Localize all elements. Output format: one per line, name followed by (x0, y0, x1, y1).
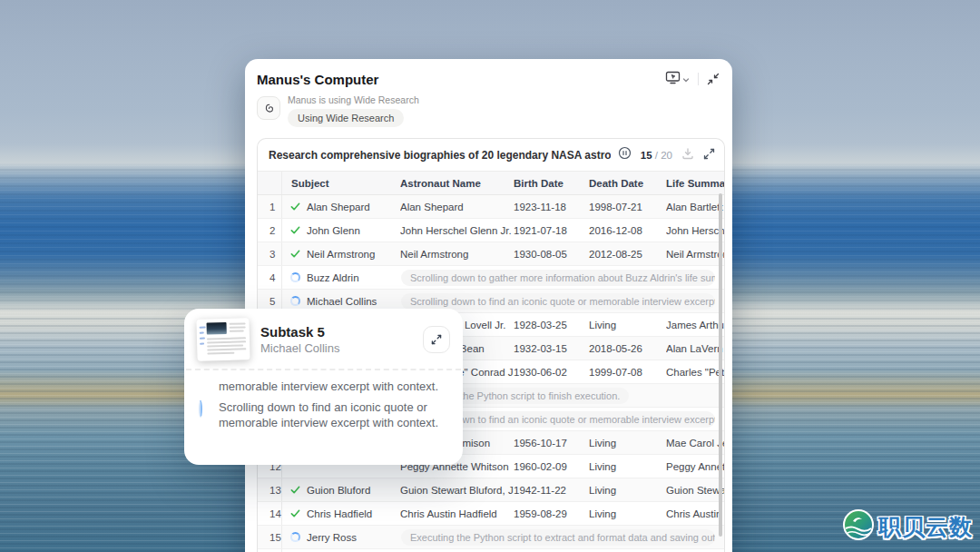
download-button[interactable] (681, 147, 694, 163)
table-row[interactable]: 13 Guion Bluford Guion Stewart Bluford, … (258, 478, 724, 502)
watermark-logo-icon (842, 508, 875, 545)
subject-cell: Guion Bluford (307, 485, 370, 496)
column-header-subject: Subject (282, 178, 400, 189)
birth-date-cell: 1956-10-17 (514, 438, 589, 448)
row-number: 1 (258, 195, 282, 218)
row-status-icon (289, 531, 301, 543)
row-number: 2 (258, 219, 282, 242)
death-date-cell: 2016-12-08 (589, 225, 666, 236)
death-date-cell: 1998-07-21 (589, 202, 666, 212)
row-status-icon (289, 295, 301, 307)
birth-date-cell: 1930-08-05 (514, 249, 589, 260)
loading-spinner-icon (199, 399, 211, 430)
row-status-icon (289, 224, 301, 236)
window-title: Manus's Computer (257, 72, 665, 87)
using-wide-research-chip[interactable]: Using Wide Research (288, 109, 404, 127)
table-header-row: Subject Astronaut Name Birth Date Death … (258, 172, 724, 195)
row-status-icon (289, 201, 301, 212)
research-task-title: Research comprehensive biographies of 20… (269, 149, 611, 162)
window-header: Manus's Computer (257, 70, 725, 88)
activity-line: memorable interview excerpt with context… (199, 379, 448, 394)
divider (698, 73, 699, 85)
table-row[interactable]: 1 Alan Shepard Alan Shepard 1923-11-18 1… (258, 195, 724, 219)
activity-status-pill: Executing the Python script to extract a… (401, 529, 715, 546)
thumbnail-photo (207, 322, 227, 335)
life-summary-cell: Charles "Pete (666, 367, 724, 378)
life-summary-cell: Peggy Annet (666, 461, 724, 472)
row-number: 3 (258, 242, 282, 265)
subject-cell: Alan Shepard (307, 202, 370, 212)
table-row[interactable]: 2 John Glenn John Herschel Glenn Jr. 192… (258, 219, 724, 242)
table-row[interactable]: 3 Neil Armstrong Neil Armstrong 1930-08-… (258, 242, 724, 266)
expand-panel-button[interactable] (703, 147, 715, 163)
birth-date-cell: 1928-03-25 (514, 320, 589, 330)
life-summary-cell: Alan LaVern B (666, 343, 724, 354)
column-header-birth-date: Birth Date (514, 178, 589, 189)
chevron-down-icon (682, 71, 690, 87)
column-header-life-summary: Life Summary (666, 178, 724, 189)
death-date-cell: Living (589, 508, 666, 519)
subject-cell: Jerry Ross (307, 532, 357, 543)
watermark-text: 职贝云数 (878, 512, 973, 542)
activity-status-pill: Scrolling down to find an iconic quote o… (401, 293, 715, 310)
row-status-icon (289, 484, 301, 496)
birth-date-cell: 1930-06-02 (514, 367, 589, 378)
expand-subtask-button[interactable] (423, 326, 450, 353)
manus-computer-window: Manus's Computer (245, 59, 732, 552)
subject-cell: Michael Collins (307, 296, 377, 307)
progress-counter: 15 / 20 (641, 150, 672, 161)
birth-date-cell: 1959-08-29 (514, 508, 589, 519)
row-status-icon (289, 248, 301, 260)
death-date-cell: Living (589, 438, 666, 448)
life-summary-cell: Chris Austin H (666, 508, 724, 519)
agent-status-text: Manus is using Wide Research (288, 94, 419, 105)
death-date-cell: Living (589, 461, 666, 472)
death-date-cell: 2012-08-25 (589, 249, 666, 260)
subject-cell: John Glenn (307, 225, 360, 236)
birth-date-cell: 1923-11-18 (514, 202, 589, 212)
subject-cell: Neil Armstrong (307, 249, 375, 260)
death-date-cell: 1999-07-08 (589, 367, 666, 378)
table-row[interactable]: 4 Buzz Aldrin Scrolling down to gather m… (258, 266, 724, 290)
column-header-astronaut-name: Astronaut Name (400, 178, 514, 189)
research-panel-header: Research comprehensive biographies of 20… (258, 139, 724, 172)
death-date-cell: Living (589, 320, 666, 330)
pause-button[interactable] (618, 146, 632, 163)
row-number: 14 (258, 502, 282, 525)
activity-status-pill: Scrolling down to gather more informatio… (401, 270, 715, 286)
life-summary-cell: John Hersche (666, 225, 724, 236)
column-header-death-date: Death Date (589, 178, 666, 189)
subtask-popup: Subtask 5 Michael Collins memorable inte… (184, 309, 463, 465)
agent-status-row: Manus is using Wide Research Using Wide … (257, 94, 725, 127)
row-number: 4 (258, 266, 282, 289)
life-summary-cell: Mae Carol Je (666, 438, 724, 448)
subject-cell: Buzz Aldrin (307, 272, 359, 283)
row-number: 13 (258, 478, 282, 501)
display-mode-dropdown[interactable] (665, 70, 690, 88)
death-date-cell: 2018-05-26 (589, 343, 666, 354)
table-row[interactable]: 15 Jerry Ross Executing the Python scrip… (258, 526, 724, 549)
death-date-cell: Living (589, 485, 666, 496)
row-status-icon (289, 271, 301, 283)
birth-date-cell: 1960-02-09 (514, 461, 589, 472)
birth-date-cell: 1932-03-15 (514, 343, 589, 354)
column-header-index (258, 172, 282, 194)
activity-text: Scrolling down to find an iconic quote o… (219, 399, 448, 430)
astronaut-name-cell: John Herschel Glenn Jr. (400, 225, 514, 236)
webpage-thumbnail[interactable] (196, 318, 250, 361)
table-scrollbar-thumb[interactable] (719, 193, 722, 537)
activity-line: Scrolling down to find an iconic quote o… (199, 399, 448, 430)
astronaut-name-cell: Guion Stewart Bluford, Jr. (400, 485, 514, 496)
monitor-icon (665, 70, 681, 88)
table-row[interactable]: 14 Chris Hadfield Chris Austin Hadfield … (258, 502, 724, 526)
life-summary-cell: James Arthur (666, 320, 724, 330)
birth-date-cell: 1942-11-22 (514, 485, 589, 496)
subtask-activity-log: memorable interview excerpt with context… (184, 370, 463, 447)
wide-research-icon (257, 96, 280, 120)
life-summary-cell: Guion Stewar (666, 485, 724, 496)
collapse-window-button[interactable] (707, 73, 720, 85)
subtask-title: Subtask 5 (260, 324, 423, 340)
row-status-icon (289, 508, 301, 519)
astronaut-name-cell: Neil Armstrong (400, 249, 514, 260)
activity-text: memorable interview excerpt with context… (219, 379, 438, 394)
